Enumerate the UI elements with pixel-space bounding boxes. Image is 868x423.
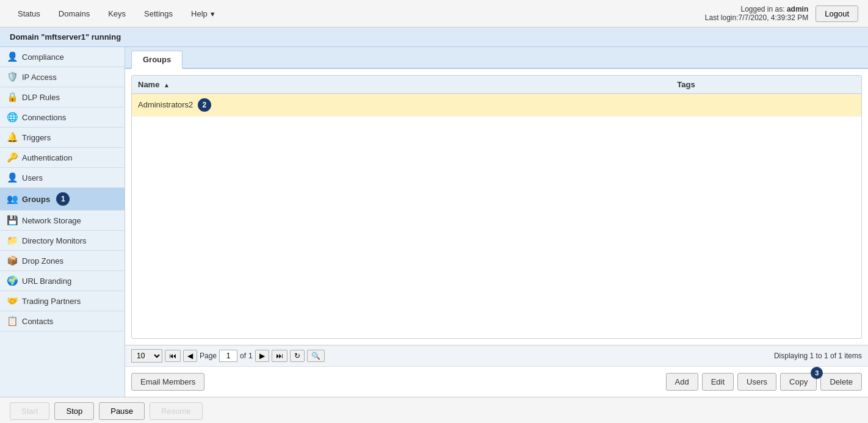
logged-in-info: Logged in as: admin Last login:7/7/2020,… — [705, 5, 808, 22]
groups-icon: 👥 — [6, 193, 18, 204]
table-header-row: Name ▲ Tags — [132, 76, 861, 94]
search-button[interactable]: 🔍 — [307, 350, 325, 362]
drop-zones-icon: 📦 — [6, 255, 18, 266]
resume-button[interactable]: Resume — [150, 402, 202, 420]
trading-partners-icon: 🤝 — [6, 295, 18, 306]
pause-button[interactable]: Pause — [99, 402, 145, 420]
page-label: Page — [200, 352, 217, 360]
nav-domains[interactable]: Domains — [51, 5, 98, 22]
users-button[interactable]: Users — [737, 373, 776, 391]
top-nav-left: Status Domains Keys Settings Help▼ — [10, 5, 224, 22]
users-icon: 👤 — [6, 172, 18, 183]
url-branding-icon: 🌍 — [6, 275, 18, 286]
nav-status[interactable]: Status — [10, 5, 48, 22]
nav-keys[interactable]: Keys — [100, 5, 134, 22]
add-button[interactable]: Add — [666, 373, 698, 391]
pagination-left: 10 25 50 100 ⏮ ◀ Page of 1 ▶ ⏭ ↻ 🔍 — [131, 349, 325, 363]
displaying-text: Displaying 1 to 1 of 1 items — [774, 352, 862, 360]
sidebar-item-contacts[interactable]: 📋 Contacts — [0, 311, 125, 331]
top-nav-right: Logged in as: admin Last login:7/7/2020,… — [705, 5, 858, 22]
bottom-bar: Start Stop Pause Resume — [0, 397, 868, 423]
action-bar-left: Email Members — [131, 373, 204, 391]
sidebar-item-groups[interactable]: 👥 Groups 1 — [0, 188, 125, 211]
edit-button[interactable]: Edit — [702, 373, 734, 391]
sidebar-item-triggers[interactable]: 🔔 Triggers — [0, 128, 125, 148]
prev-page-button[interactable]: ◀ — [183, 350, 197, 362]
ip-access-icon: 🛡️ — [6, 71, 18, 82]
sort-arrow-icon: ▲ — [164, 82, 170, 89]
directory-monitors-icon: 📁 — [6, 235, 18, 246]
sidebar-item-ip-access[interactable]: 🛡️ IP Access — [0, 67, 125, 87]
sidebar-item-dlp-rules[interactable]: 🔒 DLP Rules — [0, 87, 125, 107]
action-bar-right: Add Edit Users Copy 3 Delete — [666, 373, 862, 391]
dlp-rules-icon: 🔒 — [6, 92, 18, 103]
top-nav: Status Domains Keys Settings Help▼ Logge… — [0, 0, 868, 27]
email-members-button[interactable]: Email Members — [131, 373, 204, 391]
refresh-button[interactable]: ↻ — [290, 350, 305, 362]
delete-button[interactable]: Delete — [820, 373, 862, 391]
sidebar-item-trading-partners[interactable]: 🤝 Trading Partners — [0, 291, 125, 311]
help-arrow-icon: ▼ — [209, 10, 216, 18]
tab-bar: Groups — [125, 47, 868, 69]
nav-settings[interactable]: Settings — [136, 5, 181, 22]
sidebar-item-url-branding[interactable]: 🌍 URL Branding — [0, 271, 125, 291]
sidebar-item-authentication[interactable]: 🔑 Authentication — [0, 148, 125, 168]
per-page-select[interactable]: 10 25 50 100 — [131, 349, 162, 363]
compliance-icon: 👤 — [6, 51, 18, 62]
stop-button[interactable]: Stop — [54, 402, 94, 420]
groups-badge: 1 — [56, 192, 70, 206]
row-badge: 2 — [198, 98, 211, 112]
copy-button-wrapper: Copy 3 — [780, 373, 817, 391]
page-input[interactable] — [219, 350, 237, 362]
logout-button[interactable]: Logout — [816, 5, 858, 22]
sidebar-item-directory-monitors[interactable]: 📁 Directory Monitors — [0, 231, 125, 251]
total-pages: 1 — [248, 352, 253, 360]
cell-tags — [671, 94, 861, 117]
sidebar-item-connections[interactable]: 🌐 Connections — [0, 107, 125, 128]
start-button[interactable]: Start — [10, 402, 49, 420]
groups-table-container: Name ▲ Tags Administrators2 2 — [131, 75, 862, 339]
sidebar: 👤 Compliance 🛡️ IP Access 🔒 DLP Rules 🌐 … — [0, 47, 125, 397]
nav-help[interactable]: Help▼ — [183, 5, 224, 22]
sidebar-item-compliance[interactable]: 👤 Compliance — [0, 47, 125, 67]
last-page-button[interactable]: ⏭ — [272, 350, 288, 362]
col-tags: Tags — [671, 76, 861, 94]
pagination-bar: 10 25 50 100 ⏮ ◀ Page of 1 ▶ ⏭ ↻ 🔍 Displ… — [125, 345, 868, 366]
main-layout: 👤 Compliance 🛡️ IP Access 🔒 DLP Rules 🌐 … — [0, 47, 868, 397]
content-area: Groups Name ▲ Tags Admin — [125, 47, 868, 397]
sidebar-item-network-storage[interactable]: 💾 Network Storage — [0, 211, 125, 231]
cell-name: Administrators2 2 — [132, 94, 671, 117]
sidebar-item-users[interactable]: 👤 Users — [0, 168, 125, 188]
table-row[interactable]: Administrators2 2 — [132, 94, 861, 117]
connections-icon: 🌐 — [6, 112, 18, 123]
of-label: of — [240, 352, 246, 360]
authentication-icon: 🔑 — [6, 152, 18, 163]
triggers-icon: 🔔 — [6, 132, 18, 143]
tab-groups[interactable]: Groups — [131, 51, 183, 69]
domain-banner: Domain "mftserver1" running — [0, 27, 868, 47]
contacts-icon: 📋 — [6, 316, 18, 327]
action-bar: Email Members Add Edit Users Copy 3 Dele… — [125, 366, 868, 397]
next-page-button[interactable]: ▶ — [255, 350, 269, 362]
groups-table: Name ▲ Tags Administrators2 2 — [132, 76, 861, 117]
first-page-button[interactable]: ⏮ — [165, 350, 181, 362]
sidebar-item-drop-zones[interactable]: 📦 Drop Zones — [0, 251, 125, 271]
network-storage-icon: 💾 — [6, 215, 18, 226]
col-name: Name ▲ — [132, 76, 671, 94]
